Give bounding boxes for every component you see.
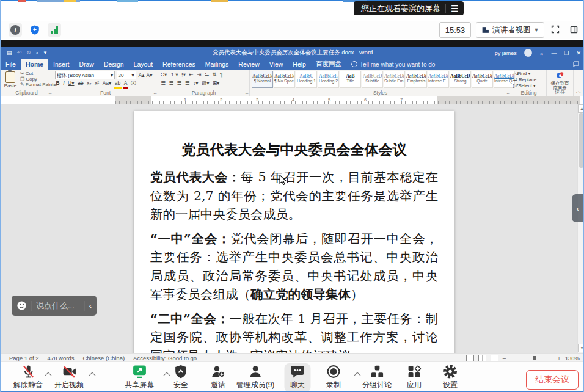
enclose-characters-icon[interactable]: Ⓐ — [130, 79, 137, 87]
toolbar-item-record[interactable]: 录制 — [326, 364, 341, 390]
grow-font-icon[interactable]: A▴ — [137, 71, 145, 79]
font-size-combo[interactable]: 20▾ — [117, 71, 136, 79]
ribbon-tab-home[interactable]: Home — [21, 59, 48, 70]
document-page[interactable]: 党员代表大会与中央委员会全体会议 党员代表大会：每 5 年召开一次，目前基本稳定… — [134, 111, 454, 353]
highlight-color-icon[interactable]: ab — [114, 79, 121, 89]
scrollbar-thumb[interactable] — [579, 113, 583, 168]
decrease-indent-icon[interactable]: ⇤ — [188, 71, 194, 79]
print-layout-icon[interactable] — [478, 355, 486, 361]
ribbon-tab-references[interactable]: References — [158, 59, 200, 70]
end-meeting-button[interactable]: 结束会议 — [526, 370, 579, 390]
scroll-up-icon[interactable]: ▲ — [578, 104, 584, 113]
web-layout-icon[interactable] — [491, 355, 498, 361]
scroll-down-icon[interactable]: ▼ — [578, 344, 584, 352]
ribbon-tab-design[interactable]: Design — [99, 59, 129, 70]
justify-icon[interactable]: ☰ — [184, 79, 191, 87]
style-heading1[interactable]: AaBbCHeading 1 — [296, 71, 317, 88]
chat-input-placeholder[interactable]: 说点什么... — [36, 300, 80, 311]
ribbon-tab-insert[interactable]: Insert — [48, 59, 74, 70]
toolbar-item-unmute[interactable]: 解除静音 — [13, 364, 43, 390]
clipboard-dialog-launcher[interactable]: ⌙ — [48, 91, 52, 96]
toolbar-item-security[interactable]: 安全 — [173, 364, 189, 390]
increase-indent-icon[interactable]: ⇥ — [196, 71, 202, 79]
ribbon-tab-help[interactable]: Help — [288, 59, 311, 70]
expand-side-panel-tab[interactable]: ‹ — [572, 194, 583, 222]
redo-icon[interactable]: ↻ — [26, 50, 31, 56]
style-title[interactable]: AaBTitle — [340, 71, 361, 88]
zoom-slider[interactable] — [510, 358, 553, 358]
page-indicator[interactable]: Page 1 of 2 — [9, 355, 39, 361]
superscript-icon[interactable]: x² — [94, 79, 100, 87]
style-normal[interactable]: AaBbCcDc¶ Normal — [252, 71, 273, 88]
restore-button[interactable]: ❐ — [564, 50, 569, 56]
paste-button[interactable]: Paste — [2, 71, 18, 89]
toolbar-item-apps[interactable]: 应用 — [407, 364, 422, 390]
align-right-icon[interactable]: ☰ — [176, 79, 183, 87]
find-button[interactable]: ⌕ Find ▾ — [513, 71, 544, 77]
select-button[interactable]: ▷ Select ▾ — [513, 83, 544, 89]
format-painter-button[interactable]: ✎Format Painter — [20, 82, 51, 87]
word-count[interactable]: 478 words — [48, 355, 75, 361]
read-mode-icon[interactable] — [466, 355, 474, 361]
save-icon[interactable]: ▤ — [7, 50, 12, 56]
emoji-icon[interactable] — [16, 300, 27, 311]
toolbar-item-invite[interactable]: 邀请 — [211, 364, 226, 390]
style-emphasis[interactable]: AaBbCcDtEmphasis — [406, 71, 427, 88]
toolbar-item-share-screen[interactable]: 共享屏幕 — [125, 364, 154, 390]
speaker-view-button[interactable]: 演讲者视图 ▼ — [476, 22, 544, 38]
shading-icon[interactable]: ▨▾ — [201, 79, 210, 87]
font-dialog-launcher[interactable]: ⌙ — [153, 91, 157, 96]
toolbar-caret-record[interactable] — [355, 373, 360, 378]
ribbon-tab-draw[interactable]: Draw — [74, 59, 99, 70]
ribbon-tab-view[interactable]: View — [265, 59, 288, 70]
copy-button[interactable]: ❐Copy — [20, 76, 51, 82]
toolbar-item-settings[interactable]: 设置 — [443, 364, 458, 390]
underline-icon[interactable]: U▾ — [67, 79, 75, 87]
subscript-icon[interactable]: x₂ — [86, 79, 92, 87]
italic-icon[interactable]: I — [62, 79, 65, 87]
style-quote[interactable]: AaBbCcDtQuote — [472, 71, 493, 88]
meeting-info-button[interactable]: i — [9, 23, 22, 37]
ribbon-tab-layout[interactable]: Layout — [129, 59, 158, 70]
comments-icon[interactable] — [572, 60, 580, 68]
font-color-icon[interactable]: A — [123, 79, 128, 89]
numbering-icon[interactable]: ⒈▾ — [169, 71, 179, 79]
qat-customize-icon[interactable]: ▾ — [44, 50, 47, 56]
account-avatar[interactable] — [524, 49, 532, 57]
strikethrough-icon[interactable]: ab — [76, 79, 84, 87]
toolbar-caret-share-screen[interactable] — [164, 373, 169, 378]
close-button[interactable]: ✕ — [576, 50, 581, 56]
ribbon-tab-file[interactable]: File — [1, 59, 21, 70]
banner-menu-icon[interactable]: ☰ — [451, 4, 459, 13]
style-nospac[interactable]: AaBbCcDc¶ No Spac... — [274, 71, 295, 88]
cut-button[interactable]: ✂Cut — [20, 71, 51, 76]
styles-dialog-launcher[interactable]: ⌙ — [506, 91, 510, 96]
minimize-button[interactable]: — — [551, 50, 557, 56]
side-panel-button[interactable] — [568, 23, 580, 35]
shrink-font-icon[interactable]: A▾ — [145, 71, 153, 79]
align-center-icon[interactable]: ☰ — [168, 79, 175, 87]
chat-quick-bar[interactable]: 说点什么... ‹ — [12, 296, 97, 316]
borders-icon[interactable]: ⊞▾ — [211, 79, 220, 87]
toolbar-item-start-video[interactable]: 开启视频 — [54, 364, 84, 390]
style-intensee[interactable]: AaBbCcDtIntense E... — [428, 71, 449, 88]
style-subtleem[interactable]: AaBbCcDtSubtle Em... — [384, 71, 405, 88]
paragraph-dialog-launcher[interactable]: ⌙ — [245, 91, 249, 96]
ribbon-tab-baidu-netdisk[interactable]: 百度网盘 — [311, 59, 346, 70]
asian-layout-icon[interactable]: ⇋ — [203, 71, 210, 79]
fullscreen-button[interactable] — [549, 23, 561, 35]
sort-icon[interactable]: ⇅ — [211, 71, 217, 79]
undo-icon[interactable]: ↶ — [17, 50, 22, 56]
collapse-ribbon-button[interactable]: ︿ — [574, 70, 583, 96]
pilcrow-icon[interactable]: ¶ — [219, 71, 224, 79]
vertical-scrollbar[interactable]: ▲ ▼ — [577, 104, 584, 353]
horizontal-ruler[interactable]: 1234567 — [115, 96, 580, 104]
accessibility-status[interactable]: Accessibility: Good to go — [133, 355, 197, 361]
ribbon-tab-mailings[interactable]: Mailings — [200, 59, 234, 70]
bold-icon[interactable]: B — [55, 79, 60, 87]
zoom-out-icon[interactable]: – — [503, 355, 506, 361]
tell-me-box[interactable]: Tell me what you want to do — [346, 59, 440, 70]
security-status-button[interactable] — [28, 23, 42, 37]
ribbon-tab-review[interactable]: Review — [233, 59, 264, 70]
font-name-combo[interactable]: 楷体 (Body Asian▾ — [55, 71, 115, 79]
